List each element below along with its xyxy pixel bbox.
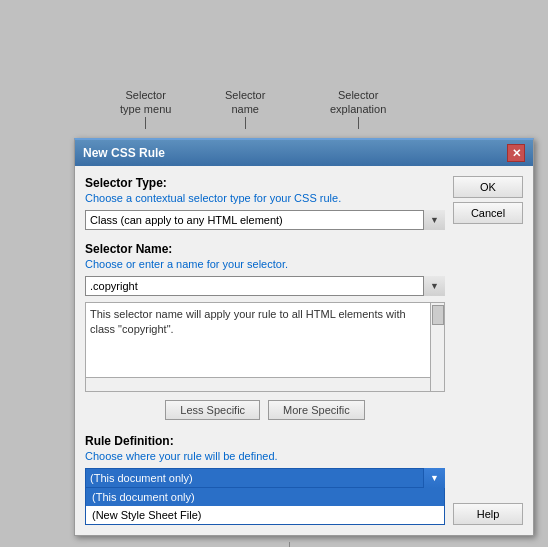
selector-description-box: This selector name will apply your rule …	[85, 302, 445, 392]
less-specific-button[interactable]: Less Specific	[165, 400, 260, 420]
rule-definition-dropdown: (This document only) (New Style Sheet Fi…	[85, 488, 445, 525]
rule-definition-wrapper: (This document only) ▼	[85, 468, 445, 488]
specificity-row: Less Specific More Specific	[85, 400, 445, 420]
selector-name-label: Selectorname	[225, 88, 265, 117]
ok-button[interactable]: OK	[453, 176, 523, 198]
close-button[interactable]: ✕	[507, 144, 525, 162]
new-css-rule-dialog: New CSS Rule ✕ Selector Type: Choose a c…	[74, 138, 534, 536]
rule-definition-label: Rule Definition:	[85, 434, 445, 448]
more-specific-button[interactable]: More Specific	[268, 400, 365, 420]
selector-type-menu-label: Selectortype menu	[120, 88, 171, 117]
selector-type-select[interactable]: Class (can apply to any HTML element) ID…	[85, 210, 445, 230]
help-button[interactable]: Help	[453, 503, 523, 525]
scrollbar-thumb	[432, 305, 444, 325]
rule-definition-value[interactable]: (This document only)	[85, 468, 445, 488]
selector-name-label: Selector Name:	[85, 242, 445, 256]
selector-type-label: Selector Type:	[85, 176, 445, 190]
dialog-titlebar: New CSS Rule ✕	[75, 140, 533, 166]
selector-description-text: This selector name will apply your rule …	[86, 303, 444, 342]
rule-definition-desc: Choose where your rule will be defined.	[85, 450, 445, 462]
scrollbar-bottom[interactable]	[86, 377, 430, 391]
selector-type-desc: Choose a contextual selector type for yo…	[85, 192, 445, 204]
selector-name-section: Selector Name: Choose or enter a name fo…	[85, 242, 445, 392]
selector-name-desc: Choose or enter a name for your selector…	[85, 258, 445, 270]
selector-type-wrapper: Class (can apply to any HTML element) ID…	[85, 210, 445, 230]
dropdown-item-this-document[interactable]: (This document only)	[86, 488, 444, 506]
selector-name-wrapper: ▼	[85, 276, 445, 296]
cancel-button[interactable]: Cancel	[453, 202, 523, 224]
selector-type-section: Selector Type: Choose a contextual selec…	[85, 176, 445, 230]
dropdown-item-new-stylesheet[interactable]: (New Style Sheet File)	[86, 506, 444, 524]
dialog-button-panel: OK Cancel Help	[453, 176, 523, 525]
selector-name-input[interactable]	[85, 276, 445, 296]
selector-explanation-label: Selectorexplanation	[330, 88, 386, 117]
scrollbar-right[interactable]	[430, 303, 444, 391]
rule-definition-section: Rule Definition: Choose where your rule …	[85, 434, 445, 525]
dialog-title: New CSS Rule	[83, 146, 165, 160]
